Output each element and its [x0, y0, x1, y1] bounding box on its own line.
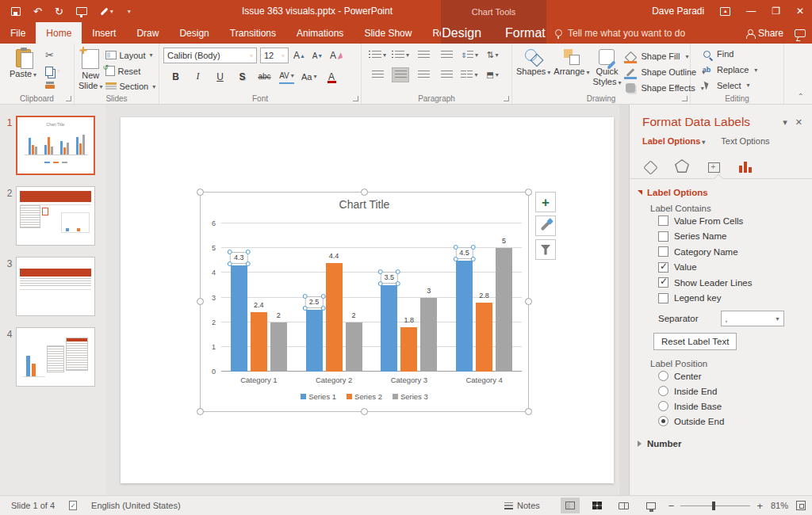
text-direction-button[interactable]: ⇅: [484, 48, 501, 63]
bar-series-2-category-2[interactable]: [326, 263, 343, 372]
decrease-indent-button[interactable]: [415, 48, 432, 63]
tab-transitions[interactable]: Transitions: [220, 22, 286, 44]
font-size-combo[interactable]: 12▾: [260, 48, 289, 63]
text-shadow-button[interactable]: S: [235, 69, 250, 84]
zoom-slider[interactable]: [680, 505, 750, 506]
label-selection-handle[interactable]: [303, 306, 308, 311]
category-axis-label[interactable]: Category 2: [297, 376, 372, 384]
data-label[interactable]: 4.4: [329, 252, 339, 260]
label-options-chart-icon[interactable]: [739, 160, 753, 173]
user-name[interactable]: Dave Paradi: [652, 6, 704, 17]
reset-button[interactable]: Reset: [105, 66, 155, 77]
drawing-dialog-launcher[interactable]: [682, 96, 688, 101]
label-selection-handle[interactable]: [378, 281, 383, 286]
collapse-ribbon-icon[interactable]: ⌃: [798, 92, 804, 101]
italic-button[interactable]: I: [190, 69, 205, 84]
format-painter-icon[interactable]: [45, 85, 55, 89]
data-label[interactable]: 5: [502, 237, 506, 245]
pane-close-icon[interactable]: ✕: [795, 117, 802, 128]
chart-object[interactable]: Chart Title 0123456 4.32.422.54.423.51.8…: [200, 192, 529, 412]
resize-handle[interactable]: [525, 189, 532, 196]
label-selection-handle[interactable]: [396, 269, 400, 274]
label-selection-handle[interactable]: [378, 269, 383, 274]
layout-button[interactable]: Layout: [105, 50, 155, 61]
reading-view-button[interactable]: [615, 498, 634, 513]
slide-thumbnail-2[interactable]: [16, 186, 95, 246]
tab-home[interactable]: Home: [36, 22, 82, 44]
comments-icon[interactable]: [795, 29, 806, 37]
font-color-button[interactable]: A: [324, 69, 339, 84]
radio-button[interactable]: [658, 416, 668, 426]
category-axis-label[interactable]: Category 4: [446, 376, 522, 384]
normal-view-button[interactable]: [561, 498, 580, 513]
data-label[interactable]: 1.8: [404, 316, 415, 324]
resize-handle[interactable]: [197, 408, 204, 415]
arrange-button[interactable]: Arrange: [553, 48, 589, 92]
resize-handle[interactable]: [525, 298, 532, 305]
redo-icon[interactable]: ↻: [55, 6, 63, 17]
checkbox-category-name[interactable]: Category Name: [658, 244, 812, 260]
radio-center[interactable]: Center: [658, 368, 812, 383]
label-selection-handle[interactable]: [396, 281, 400, 286]
bar-series-1-category-2[interactable]: [306, 310, 323, 372]
zoom-out-button[interactable]: −: [668, 500, 675, 512]
bullets-button[interactable]: [369, 48, 386, 63]
fit-to-window-icon[interactable]: [796, 501, 806, 510]
copy-button[interactable]: ▾: [45, 66, 60, 77]
radio-button[interactable]: [658, 401, 668, 411]
checkbox[interactable]: [658, 246, 668, 257]
convert-smartart-button[interactable]: ⬒: [484, 67, 501, 82]
data-label[interactable]: 2.5: [305, 296, 324, 308]
label-selection-handle[interactable]: [320, 306, 325, 311]
slideshow-view-button[interactable]: [642, 498, 661, 513]
checkbox-value-from-cells[interactable]: Value From Cells: [658, 213, 812, 229]
close-button[interactable]: ✕: [796, 6, 804, 17]
replace-button[interactable]: abReplace: [700, 63, 779, 77]
change-case-button[interactable]: Aa: [301, 69, 316, 84]
paste-button[interactable]: Paste: [4, 48, 42, 92]
slide-thumbnail-4[interactable]: [16, 327, 95, 387]
shrink-font-button[interactable]: A▼: [310, 48, 325, 63]
resize-handle[interactable]: [361, 408, 368, 415]
label-selection-handle[interactable]: [471, 257, 476, 261]
section-button[interactable]: Section: [105, 81, 155, 92]
minimize-button[interactable]: —: [746, 6, 756, 17]
chart-elements-button[interactable]: +: [535, 192, 556, 212]
resize-handle[interactable]: [525, 408, 532, 415]
legend-item[interactable]: Series 1: [301, 392, 336, 401]
checkbox-series-name[interactable]: Series Name: [658, 229, 812, 245]
label-options-section-header[interactable]: Label Options: [638, 188, 812, 197]
shapes-button[interactable]: Shapes: [516, 48, 550, 92]
bar-series-3-category-2[interactable]: [346, 322, 362, 372]
bar-series-3-category-1[interactable]: [270, 322, 287, 372]
line-spacing-button[interactable]: ⇕: [461, 48, 478, 63]
zoom-level[interactable]: 81%: [771, 501, 788, 510]
data-label[interactable]: 2.8: [479, 292, 489, 299]
increase-indent-button[interactable]: [438, 48, 455, 63]
strikethrough-button[interactable]: abc: [257, 69, 272, 84]
effects-icon[interactable]: [675, 159, 689, 173]
data-label[interactable]: 2: [277, 311, 281, 319]
chart-title[interactable]: Chart Title: [201, 198, 528, 211]
tab-insert[interactable]: Insert: [82, 22, 126, 44]
category-axis-label[interactable]: Category 3: [372, 376, 447, 384]
ribbon-display-options-icon[interactable]: ▴: [720, 7, 730, 16]
legend-item[interactable]: Series 2: [347, 392, 382, 401]
tell-me-box[interactable]: Tell me what you want to do: [555, 22, 685, 44]
label-selection-handle[interactable]: [320, 294, 325, 299]
size-properties-icon[interactable]: [708, 162, 720, 173]
number-section-header[interactable]: Number: [638, 439, 812, 448]
data-label[interactable]: 4.3: [230, 252, 248, 264]
undo-icon[interactable]: ↶: [33, 6, 42, 17]
separator-dropdown[interactable]: ,▾: [721, 311, 784, 326]
radio-button[interactable]: [658, 371, 668, 381]
tab-chart-design[interactable]: Design: [431, 22, 492, 44]
tab-design[interactable]: Design: [169, 22, 219, 44]
data-label[interactable]: 2: [352, 311, 356, 319]
slide-sorter-view-button[interactable]: [588, 498, 607, 513]
pane-options-icon[interactable]: ▾: [783, 117, 787, 128]
data-label[interactable]: 3: [427, 287, 431, 295]
pen-input-button[interactable]: ▾: [100, 8, 113, 15]
bar-series-1-category-4[interactable]: [456, 261, 473, 372]
resize-handle[interactable]: [197, 189, 204, 196]
